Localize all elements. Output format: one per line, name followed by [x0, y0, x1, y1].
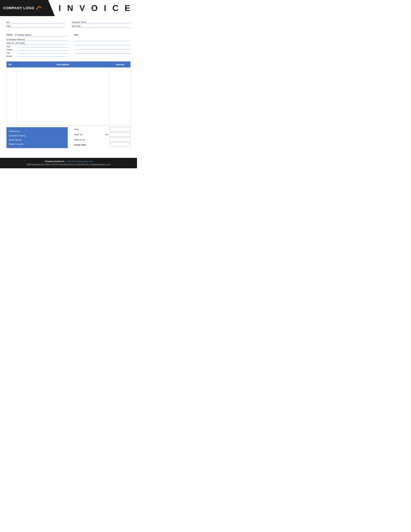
- meta-section: No : Payment Terms : Date : Due Date :: [0, 16, 137, 30]
- job-label: Job :: [74, 34, 79, 36]
- client-company-address: [Company Address]: [6, 38, 68, 41]
- client-block: Client : [Company Name] [Company Address…: [6, 34, 68, 58]
- footer-line-1: Company System Inc. | http://freewordtem…: [3, 160, 134, 163]
- total-row: Total: [74, 127, 131, 131]
- date-label: Date: [6, 25, 23, 27]
- invoice-table: No Description Amount: [6, 61, 131, 126]
- footer-website-link[interactable]: http://freewordtemplates.net/: [68, 160, 92, 162]
- client-phone-value: [18, 50, 68, 50]
- client-attn-colon: :: [16, 45, 17, 48]
- job-block: Job :: [74, 34, 131, 58]
- col-amount-header: Amount: [110, 62, 131, 67]
- client-email-label: Email: [6, 55, 16, 57]
- grand-total-label: Grand Total: [74, 144, 103, 146]
- meta-date: Date :: [6, 25, 65, 28]
- client-phone-colon: :: [16, 48, 17, 51]
- meta-payment-terms: Payment Terms :: [72, 21, 131, 24]
- meta-row-2: Date : Due Date :: [6, 25, 131, 28]
- client-attn-row: Attn :: [6, 45, 68, 48]
- job-line-2: [74, 42, 131, 45]
- federal-tax-value-box: [110, 138, 131, 142]
- total-label: Total: [74, 128, 103, 131]
- table-cell-description: [16, 67, 110, 126]
- footer-section: Payment to : [Company Name] [Bank Name] …: [0, 127, 137, 151]
- client-phone-row: Phone :: [6, 48, 68, 51]
- state-tax-label: State Tax: [74, 133, 103, 136]
- no-label: No: [6, 21, 23, 23]
- client-attn-value: [18, 47, 68, 47]
- col-no-header: No: [7, 62, 16, 67]
- state-tax-pct: 3%: [103, 133, 108, 136]
- client-attn-label: Attn: [6, 45, 16, 48]
- client-fax-colon: :: [16, 52, 17, 54]
- meta-no: No :: [6, 21, 65, 24]
- job-line-4: [74, 51, 131, 54]
- invoice-title: I N V O I C E: [59, 3, 132, 13]
- table-row: [7, 67, 131, 126]
- job-line-1: [74, 38, 131, 41]
- grand-total-row: Grand Total: [74, 143, 131, 147]
- client-fax-value: [18, 53, 68, 54]
- job-line-3: [74, 47, 131, 49]
- client-fax-row: Fax :: [6, 52, 68, 54]
- payment-block: Payment to : [Company Name] [Bank Name] …: [6, 127, 68, 148]
- payment-terms-label: Payment Terms: [72, 21, 88, 23]
- invoice-table-section: No Description Amount: [0, 60, 137, 127]
- payment-bank-name: [Bank Name]: [9, 138, 65, 142]
- no-colon: :: [23, 21, 23, 23]
- page-footer: Company System Inc. | http://freewordtem…: [0, 158, 137, 168]
- footer-company-name: Company System Inc.: [45, 160, 65, 162]
- client-city-state-zip: [City, ST, ZIP Code]: [6, 42, 68, 45]
- total-value-box: [110, 127, 131, 131]
- state-tax-value-box: [110, 132, 131, 137]
- federal-tax-row: Federal Tax: [74, 138, 131, 142]
- client-email-row: Email :: [6, 55, 68, 57]
- logo-arc-icon: [35, 5, 41, 11]
- totals-block: Total State Tax 3% Federal Tax Grand Tot…: [68, 127, 131, 148]
- header: COMPANY LOGO I N V O I C E: [0, 0, 137, 16]
- payment-bank-account: [Bank Account]: [9, 142, 65, 146]
- footer-line-2: 8030 Harrington Rd, Miami, USA | Ph 555-…: [3, 163, 134, 166]
- col-description-header: Description: [16, 62, 110, 67]
- payment-company-name: [Company Name]: [9, 134, 65, 138]
- table-header-row: No Description Amount: [7, 62, 131, 67]
- payment-terms-colon: :: [88, 21, 88, 23]
- company-logo-text: COMPANY LOGO: [3, 6, 34, 10]
- meta-row-1: No : Payment Terms :: [6, 21, 131, 24]
- client-email-value: [18, 57, 68, 57]
- table-cell-no: [7, 67, 16, 126]
- payment-to-label: Payment to :: [9, 129, 65, 133]
- state-tax-row: State Tax 3%: [74, 132, 131, 137]
- logo-area: COMPANY LOGO: [0, 0, 55, 16]
- date-colon: :: [23, 25, 23, 27]
- due-date-colon: :: [88, 25, 88, 27]
- client-company-name: [Company Name]: [15, 34, 68, 36]
- client-label: Client :: [6, 34, 14, 36]
- due-date-label: Due Date: [72, 25, 88, 27]
- federal-tax-label: Federal Tax: [74, 139, 103, 141]
- grand-total-value-box: [110, 143, 131, 147]
- client-email-colon: :: [16, 55, 17, 57]
- client-phone-label: Phone: [6, 48, 16, 51]
- table-cell-amount: [110, 67, 131, 126]
- client-fax-label: Fax: [6, 52, 16, 54]
- invoice-title-area: I N V O I C E: [55, 0, 137, 16]
- meta-due-date: Due Date :: [72, 25, 131, 28]
- client-job-section: Client : [Company Name] [Company Address…: [0, 30, 137, 60]
